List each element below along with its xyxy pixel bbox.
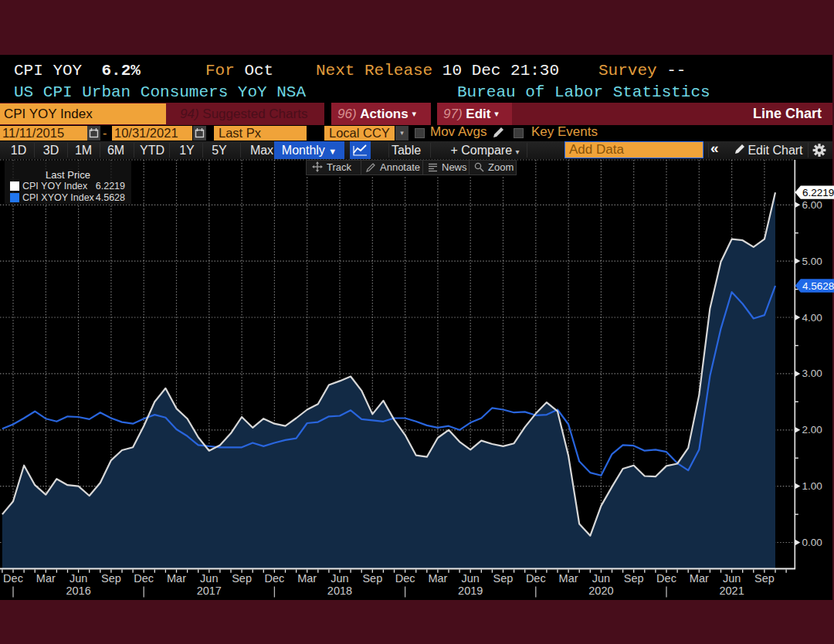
svg-text:3.00: 3.00 bbox=[802, 368, 822, 379]
svg-text:Dec: Dec bbox=[134, 572, 154, 585]
svg-text:Mar: Mar bbox=[297, 572, 317, 585]
svg-text:6.00: 6.00 bbox=[802, 199, 822, 211]
svg-text:2.00: 2.00 bbox=[802, 424, 822, 436]
svg-text:4.00: 4.00 bbox=[802, 312, 822, 324]
svg-text:2016: 2016 bbox=[66, 585, 90, 597]
svg-text:Dec: Dec bbox=[395, 572, 415, 585]
svg-text:1.00: 1.00 bbox=[802, 480, 822, 492]
svg-text:Mar: Mar bbox=[167, 572, 186, 585]
svg-text:0.00: 0.00 bbox=[802, 537, 822, 548]
svg-text:2021: 2021 bbox=[719, 585, 744, 597]
svg-text:Mar: Mar bbox=[428, 572, 447, 585]
svg-text:Jun: Jun bbox=[200, 572, 218, 585]
svg-text:Jun: Jun bbox=[331, 572, 348, 585]
svg-text:6.2219: 6.2219 bbox=[802, 187, 834, 198]
svg-text:2019: 2019 bbox=[458, 585, 483, 597]
svg-text:Mar: Mar bbox=[690, 572, 709, 585]
svg-text:Sep: Sep bbox=[624, 572, 644, 585]
svg-text:Sep: Sep bbox=[362, 572, 382, 585]
svg-text:Mar: Mar bbox=[559, 572, 578, 585]
svg-text:4.5628: 4.5628 bbox=[802, 280, 834, 292]
svg-text:Dec: Dec bbox=[656, 572, 676, 585]
svg-text:Jun: Jun bbox=[70, 572, 87, 585]
svg-text:Sep: Sep bbox=[232, 572, 252, 585]
svg-text:2018: 2018 bbox=[327, 585, 352, 597]
svg-text:2017: 2017 bbox=[197, 585, 222, 597]
svg-text:Sep: Sep bbox=[754, 572, 775, 585]
svg-text:Sep: Sep bbox=[101, 572, 121, 585]
svg-text:Jun: Jun bbox=[462, 572, 480, 585]
svg-text:2020: 2020 bbox=[588, 585, 613, 597]
svg-text:Dec: Dec bbox=[3, 572, 23, 585]
svg-text:Jun: Jun bbox=[592, 572, 610, 585]
svg-text:Jun: Jun bbox=[723, 572, 741, 585]
svg-text:Dec: Dec bbox=[526, 572, 546, 585]
svg-text:Dec: Dec bbox=[265, 572, 285, 585]
svg-text:5.00: 5.00 bbox=[802, 256, 822, 267]
svg-text:Sep: Sep bbox=[493, 572, 514, 585]
svg-text:Mar: Mar bbox=[36, 572, 56, 585]
